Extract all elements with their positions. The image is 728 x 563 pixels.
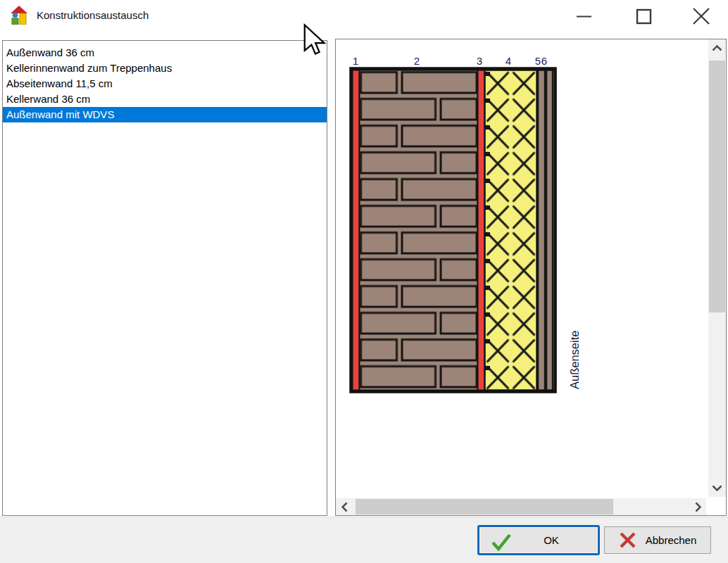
scroll-up-button[interactable] bbox=[708, 39, 726, 57]
list-item[interactable]: Abseitenwand 11,5 cm bbox=[3, 76, 327, 91]
vertical-scrollbar-thumb[interactable] bbox=[709, 61, 725, 312]
cancel-button[interactable]: Abbrechen bbox=[604, 526, 711, 554]
wall-layer-insulation bbox=[485, 70, 537, 391]
close-icon bbox=[692, 7, 710, 25]
ok-button-label: OK bbox=[544, 534, 559, 546]
minimize-button[interactable] bbox=[567, 0, 600, 32]
scroll-down-button[interactable] bbox=[708, 479, 726, 497]
layer-number-3: 3 bbox=[477, 55, 482, 67]
layer-number-6: 6 bbox=[541, 55, 547, 67]
cancel-button-label: Abbrechen bbox=[646, 534, 697, 546]
wall-layer-brick-masonry bbox=[360, 70, 478, 391]
horizontal-scrollbar-thumb[interactable] bbox=[356, 499, 613, 514]
list-item[interactable]: Kellerwand 36 cm bbox=[3, 91, 327, 107]
chevron-left-icon bbox=[341, 502, 348, 512]
window-title: Konstruktionsaustausch bbox=[37, 9, 149, 21]
wall-layer-adhesive bbox=[478, 70, 485, 391]
preview-panel: 1 2 3 4 5 6 Außenseite bbox=[335, 39, 727, 516]
list-item[interactable]: Außenwand 36 cm bbox=[3, 45, 327, 61]
minimize-icon bbox=[576, 8, 592, 25]
chevron-down-icon bbox=[712, 485, 722, 491]
layer-number-1: 1 bbox=[353, 55, 358, 67]
wall-layer-finish-coat bbox=[546, 70, 553, 391]
scroll-left-button[interactable] bbox=[336, 498, 353, 515]
vertical-scrollbar[interactable] bbox=[708, 39, 726, 497]
app-icon bbox=[10, 6, 29, 25]
maximize-icon bbox=[636, 8, 652, 25]
horizontal-scrollbar[interactable] bbox=[336, 498, 706, 515]
close-button[interactable] bbox=[685, 0, 717, 32]
wall-cross-section-diagram: 1 2 3 4 5 6 Außenseite bbox=[349, 53, 591, 401]
ok-button[interactable]: OK bbox=[477, 525, 600, 555]
title-bar: Konstruktionsaustausch bbox=[0, 0, 728, 39]
chevron-up-icon bbox=[712, 45, 722, 51]
mouse-cursor bbox=[303, 23, 327, 56]
layer-number-5: 5 bbox=[535, 55, 541, 67]
outside-label: Außenseite bbox=[568, 331, 581, 389]
wall-layer-base-coat bbox=[538, 70, 545, 391]
construction-list[interactable]: Außenwand 36 cm Kellerinnenwand zum Trep… bbox=[2, 40, 327, 516]
list-item-selected[interactable]: Außenwand mit WDVS bbox=[3, 107, 327, 122]
maximize-button[interactable] bbox=[627, 0, 660, 32]
layer-number-4: 4 bbox=[506, 55, 511, 67]
x-icon bbox=[619, 531, 636, 549]
layer-number-2: 2 bbox=[414, 55, 420, 67]
scroll-right-button[interactable] bbox=[689, 498, 706, 515]
list-item[interactable]: Kellerinnenwand zum Treppenhaus bbox=[3, 61, 327, 76]
check-icon bbox=[491, 533, 512, 552]
wall-layer-interior-plaster bbox=[353, 70, 360, 391]
chevron-right-icon bbox=[695, 502, 701, 512]
